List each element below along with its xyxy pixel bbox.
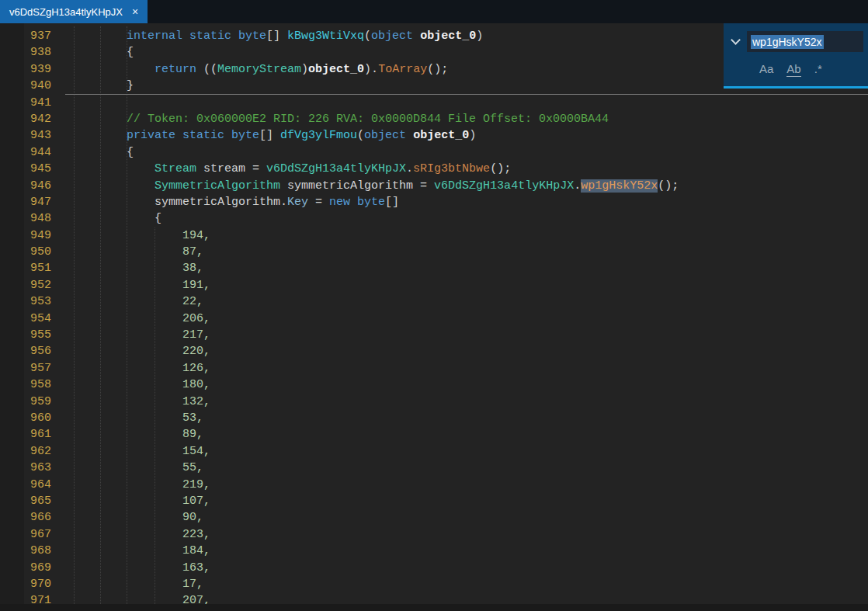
code-token: 180, [71, 378, 210, 391]
line-number: 938 [0, 44, 51, 61]
code-line[interactable]: 943 private static byte[] dfVg3ylFmou(ob… [0, 127, 868, 144]
code-line[interactable]: 950 87, [0, 244, 868, 260]
code-line[interactable]: 946 SymmetricAlgorithm symmetricAlgorith… [0, 178, 868, 194]
line-number: 939 [0, 61, 51, 78]
line-number: 940 [0, 78, 51, 94]
code-token: new byte [329, 196, 385, 209]
search-input-value: wp1gHskY52x [751, 35, 824, 49]
code-line[interactable]: 952 191, [0, 277, 868, 293]
code-line[interactable]: 967 223, [0, 526, 868, 543]
code-token: MemoryStream [217, 63, 301, 76]
code-token: v6DdSZgH13a4tlyKHpJX [266, 162, 406, 175]
line-number: 950 [0, 244, 51, 260]
code-text: 90, [71, 509, 203, 526]
code-line[interactable]: 948 { [0, 210, 868, 227]
tab-bar: v6DdSZgH13a4tlyKHpJX × [0, 0, 868, 23]
regex-button[interactable]: .* [814, 62, 822, 77]
code-token: 55, [71, 461, 203, 474]
code-editor[interactable]: 937 internal static byte[] kBwg3WtiVxq(o… [0, 23, 868, 604]
code-text: internal static byte[] kBwg3WtiVxq(objec… [71, 28, 483, 44]
line-number: 964 [0, 477, 51, 493]
code-token: { [71, 212, 161, 225]
code-line[interactable]: 960 53, [0, 410, 868, 426]
code-token: ) [301, 63, 308, 76]
editor-tab[interactable]: v6DdSZgH13a4tlyKHpJX × [0, 0, 148, 23]
code-token: [] [266, 30, 287, 43]
code-line[interactable]: 969 163, [0, 560, 868, 576]
match-case-button[interactable]: Aa [759, 62, 773, 77]
code-text: 38, [71, 260, 203, 276]
code-token: ToArray [378, 63, 427, 76]
code-line[interactable]: 955 217, [0, 327, 868, 343]
code-token: 22, [71, 295, 203, 308]
code-token: dfVg3ylFmou [280, 129, 357, 142]
code-token: stream = [196, 162, 266, 175]
code-token: ) [476, 30, 483, 43]
code-token: 220, [71, 345, 210, 358]
code-token: 184, [71, 544, 210, 557]
code-line[interactable]: 953 22, [0, 293, 868, 310]
code-text: 219, [71, 477, 210, 493]
code-line[interactable]: 947 symmetricAlgorithm.Key = new byte[] [0, 194, 868, 210]
code-text: 220, [71, 343, 210, 359]
code-line[interactable]: 970 17, [0, 576, 868, 592]
code-line[interactable]: 954 206, [0, 311, 868, 327]
code-token: 87, [71, 245, 203, 259]
code-line[interactable]: 965 107, [0, 493, 868, 509]
code-token: ( [357, 129, 364, 142]
code-text: symmetricAlgorithm.Key = new byte[] [71, 194, 399, 210]
code-line[interactable]: 951 38, [0, 260, 868, 276]
code-text: 223, [71, 526, 210, 543]
code-token: 219, [71, 478, 210, 491]
code-line[interactable]: 959 132, [0, 394, 868, 410]
code-line[interactable]: 941 [0, 95, 868, 111]
code-token: 154, [71, 445, 210, 458]
code-line[interactable]: 949 194, [0, 227, 868, 244]
line-number: 948 [0, 210, 51, 227]
line-number: 947 [0, 194, 51, 210]
code-text: 89, [71, 426, 203, 443]
line-number: 962 [0, 443, 51, 460]
code-token: 126, [71, 362, 210, 375]
search-input[interactable]: wp1gHskY52x [747, 31, 863, 52]
line-number: 941 [0, 95, 51, 111]
whole-word-button[interactable]: Ab [786, 62, 800, 77]
line-number: 945 [0, 161, 51, 177]
code-text: 194, [71, 227, 210, 244]
tab-title: v6DdSZgH13a4tlyKHpJX [9, 6, 123, 18]
horizontal-scrollbar[interactable] [0, 604, 868, 611]
code-token: Key [287, 196, 308, 209]
line-number: 967 [0, 526, 51, 543]
code-token: } [71, 79, 134, 92]
code-line[interactable]: 963 55, [0, 460, 868, 476]
code-line[interactable]: 957 126, [0, 360, 868, 377]
close-icon[interactable]: × [132, 6, 138, 17]
code-token: { [71, 46, 134, 59]
code-line[interactable]: 945 Stream stream = v6DdSZgH13a4tlyKHpJX… [0, 161, 868, 177]
code-line[interactable]: 942 // Token: 0x060000E2 RID: 226 RVA: 0… [0, 111, 868, 127]
code-token: object_0 [413, 129, 469, 142]
line-number: 953 [0, 293, 51, 310]
code-text: SymmetricAlgorithm symmetricAlgorithm = … [71, 178, 679, 194]
line-number: 944 [0, 144, 51, 161]
code-token: = [308, 196, 329, 209]
code-text: 107, [71, 493, 210, 509]
code-line[interactable]: 944 { [0, 144, 868, 161]
code-line[interactable]: 971 207, [0, 592, 868, 604]
code-line[interactable]: 966 90, [0, 509, 868, 526]
code-text: 191, [71, 277, 210, 293]
code-token: 191, [71, 279, 210, 292]
code-line[interactable]: 956 220, [0, 343, 868, 359]
code-line[interactable]: 961 89, [0, 426, 868, 443]
code-line[interactable]: 964 219, [0, 477, 868, 493]
code-line[interactable]: 968 184, [0, 543, 868, 559]
code-token [413, 30, 420, 43]
code-text: private static byte[] dfVg3ylFmou(object… [71, 127, 476, 144]
line-number: 952 [0, 277, 51, 293]
chevron-down-icon[interactable] [731, 35, 741, 45]
code-line[interactable]: 962 154, [0, 443, 868, 460]
line-number: 942 [0, 111, 51, 127]
code-text: 87, [71, 244, 203, 260]
code-text: 184, [71, 543, 210, 559]
code-line[interactable]: 958 180, [0, 377, 868, 393]
